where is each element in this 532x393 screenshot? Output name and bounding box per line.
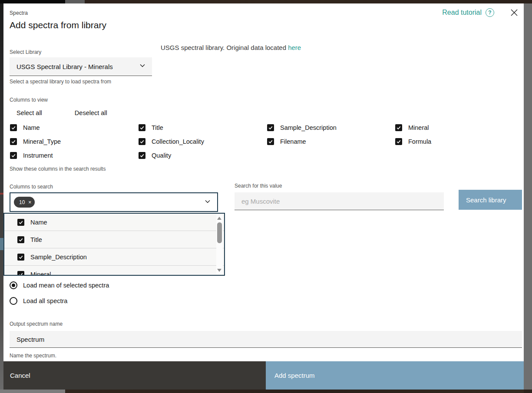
columns-to-search-multiselect[interactable]: 10 × [10, 192, 218, 212]
checkbox-checked-icon [17, 271, 24, 276]
select-actions-row: Select all Deselect all [17, 109, 107, 116]
backdrop-top-left [0, 0, 65, 3]
chevron-down-icon [139, 62, 146, 71]
clear-selection-icon[interactable]: × [28, 199, 31, 205]
chevron-down-icon [204, 198, 211, 207]
checkbox-label: Instrument [23, 152, 53, 159]
checkbox-label: Formula [408, 138, 431, 145]
view-checkbox-sample-description[interactable]: Sample_Description [267, 124, 395, 131]
library-select-value: USGS Spectral Library - Minerals [17, 63, 113, 70]
checkbox-checked-icon [10, 152, 17, 159]
radio-label: Load all spectra [23, 297, 67, 304]
backdrop-fragment-red [0, 193, 3, 195]
dropdown-option-title[interactable]: Title [4, 231, 224, 248]
modal-title: Add spectra from library [10, 20, 106, 30]
search-value-label: Search for this value [235, 183, 282, 189]
view-checkbox-mineral[interactable]: Mineral [395, 124, 518, 131]
checkbox-checked-icon [267, 138, 274, 145]
view-checkbox-title[interactable]: Title [139, 124, 267, 131]
view-checkbox-quality[interactable]: Quality [139, 152, 267, 159]
view-checkbox-instrument[interactable]: Instrument [10, 152, 139, 159]
columns-to-view-helper: Show these columns in the search results [10, 166, 106, 172]
selected-count-tag[interactable]: 10 × [14, 197, 35, 208]
scroll-up-icon[interactable] [217, 217, 221, 220]
scrollbar-thumb[interactable] [217, 222, 222, 243]
backdrop-top-gray [65, 0, 85, 3]
dropdown-option-sample-description[interactable]: Sample_Description [4, 248, 224, 266]
modal-eyebrow: Spectra [10, 10, 28, 16]
dropdown-option-label: Sample_Description [30, 254, 87, 261]
cancel-button[interactable]: Cancel [3, 361, 266, 390]
checkbox-checked-icon [139, 138, 145, 145]
dropdown-option-name[interactable]: Name [4, 214, 224, 231]
select-library-helper: Select a spectral library to load spectr… [10, 79, 111, 85]
checkbox-checked-icon [395, 124, 402, 131]
output-name-helper: Name the spectrum. [10, 353, 56, 359]
output-name-label: Output spectrum name [10, 321, 63, 327]
dropdown-option-mineral[interactable]: Mineral [4, 266, 224, 276]
deselect-all-button[interactable]: Deselect all [75, 109, 107, 116]
checkbox-checked-icon [139, 124, 145, 131]
checkbox-checked-icon [10, 138, 17, 145]
dropdown-scrollbar[interactable] [216, 215, 223, 274]
library-select[interactable]: USGS Spectral Library - Minerals [10, 57, 152, 76]
radio-load-mean[interactable]: Load mean of selected spectra [10, 281, 109, 289]
select-library-label: Select Library [10, 49, 41, 55]
add-spectrum-button[interactable]: Add spectrum [266, 361, 524, 390]
read-tutorial-link[interactable]: Read tutorial ? [442, 8, 494, 17]
columns-to-search-dropdown: Name Title Sample_Description Mineral [3, 213, 225, 276]
modal-footer: Cancel Add spectrum [3, 361, 524, 390]
library-info-static: USGS spectral library. Original data loc… [161, 44, 288, 51]
view-checkbox-mineral-type[interactable]: Mineral_Type [10, 138, 139, 145]
radio-load-all[interactable]: Load all spectra [10, 297, 67, 305]
read-tutorial-label: Read tutorial [442, 9, 482, 17]
columns-to-search-label: Columns to search [10, 184, 53, 190]
checkbox-checked-icon [139, 152, 145, 159]
checkbox-checked-icon [17, 236, 24, 243]
dropdown-option-label: Title [30, 236, 42, 243]
library-info-here-link[interactable]: here [288, 44, 301, 51]
search-library-button[interactable]: Search library [459, 190, 522, 210]
help-icon: ? [486, 8, 494, 17]
dropdown-option-label: Name [30, 219, 47, 226]
backdrop-bottom-image [65, 390, 524, 393]
selected-count-value: 10 [19, 199, 25, 205]
view-checkbox-collection-locality[interactable]: Collection_Locality [139, 138, 267, 145]
columns-to-view-grid: Name Title Sample_Description Mineral Mi… [10, 124, 518, 159]
checkbox-checked-icon [267, 124, 274, 131]
search-value-input[interactable] [235, 192, 444, 210]
output-name-input[interactable] [10, 331, 522, 348]
dropdown-option-label: Mineral [30, 271, 51, 276]
checkbox-label: Title [152, 124, 163, 131]
radio-unselected-icon [10, 297, 17, 305]
backdrop-bottom-gray [0, 390, 65, 393]
screen: Spectra Add spectra from library Read tu… [0, 0, 532, 393]
columns-to-view-label: Columns to view [10, 97, 48, 103]
backdrop-left [0, 3, 3, 390]
radio-label: Load mean of selected spectra [23, 282, 109, 289]
checkbox-checked-icon [17, 219, 24, 226]
add-spectra-modal: Spectra Add spectra from library Read tu… [3, 3, 524, 390]
checkbox-label: Name [23, 124, 40, 131]
checkbox-label: Quality [152, 152, 171, 159]
radio-selected-icon [10, 281, 17, 289]
checkbox-label: Sample_Description [280, 124, 337, 131]
view-checkbox-name[interactable]: Name [10, 124, 139, 131]
checkbox-label: Filename [280, 138, 306, 145]
backdrop-fragment-blue [0, 238, 3, 250]
view-checkbox-formula[interactable]: Formula [395, 138, 518, 145]
select-all-button[interactable]: Select all [17, 109, 42, 116]
scroll-down-icon[interactable] [217, 269, 221, 272]
checkbox-checked-icon [17, 254, 24, 261]
close-icon[interactable] [510, 9, 518, 17]
checkbox-label: Mineral [408, 124, 429, 131]
view-checkbox-filename[interactable]: Filename [267, 138, 395, 145]
backdrop-right [524, 3, 532, 390]
checkbox-checked-icon [10, 124, 17, 131]
backdrop-top-image [85, 0, 532, 3]
checkbox-checked-icon [395, 138, 402, 145]
checkbox-label: Mineral_Type [23, 138, 61, 145]
checkbox-label: Collection_Locality [152, 138, 204, 145]
library-info-text: USGS spectral library. Original data loc… [161, 44, 301, 51]
